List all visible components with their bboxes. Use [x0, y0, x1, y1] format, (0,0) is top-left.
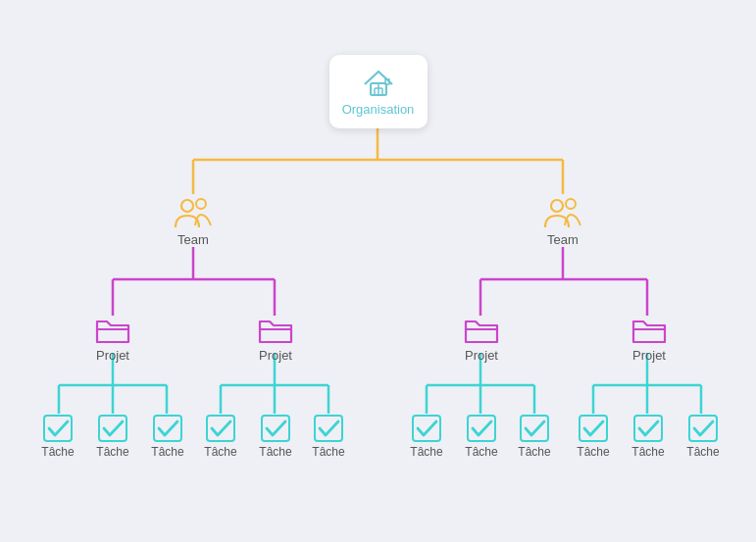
project-label-4: Projet — [632, 348, 666, 363]
task-label-12: Tâche — [686, 445, 719, 459]
folder-icon-4 — [631, 316, 667, 345]
task-node-2: Tâche — [84, 414, 141, 459]
org-chart: Organisation Team Team Projet — [0, 0, 756, 542]
task-icon-12 — [686, 414, 720, 443]
task-label-9: Tâche — [518, 445, 550, 459]
house-icon — [361, 67, 396, 98]
task-label-2: Tâche — [96, 445, 128, 459]
task-icon-2 — [96, 414, 129, 443]
task-node-9: Tâche — [506, 414, 563, 459]
task-label-8: Tâche — [465, 445, 497, 459]
task-icon-6 — [312, 414, 345, 443]
team-node-right: Team — [522, 194, 604, 247]
task-icon-5 — [259, 414, 292, 443]
team-icon-left — [172, 194, 215, 229]
team-node-left: Team — [152, 194, 234, 247]
task-node-6: Tâche — [300, 414, 357, 459]
task-label-3: Tâche — [151, 445, 183, 459]
team-label-left: Team — [177, 232, 209, 247]
folder-icon-3 — [464, 316, 499, 345]
task-label-5: Tâche — [259, 445, 291, 459]
project-node-3: Projet — [450, 316, 513, 363]
task-node-1: Tâche — [29, 414, 86, 459]
task-icon-8 — [465, 414, 498, 443]
svg-point-36 — [181, 200, 193, 212]
task-icon-9 — [518, 414, 551, 443]
project-label-3: Projet — [465, 348, 498, 363]
svg-point-39 — [566, 199, 576, 209]
svg-rect-35 — [385, 79, 389, 84]
task-node-12: Tâche — [675, 414, 731, 459]
task-icon-11 — [631, 414, 665, 443]
project-node-2: Projet — [244, 316, 307, 363]
svg-point-38 — [551, 200, 563, 212]
task-icon-10 — [577, 414, 610, 443]
project-node-4: Projet — [618, 316, 680, 363]
task-icon-7 — [410, 414, 443, 443]
team-icon-right — [541, 194, 584, 229]
project-node-1: Projet — [81, 316, 144, 363]
task-icon-3 — [151, 414, 184, 443]
svg-point-37 — [196, 199, 206, 209]
folder-icon-1 — [95, 316, 130, 345]
task-icon-1 — [41, 414, 75, 443]
task-label-11: Tâche — [631, 445, 664, 459]
team-label-right: Team — [547, 232, 579, 247]
task-node-4: Tâche — [192, 414, 249, 459]
task-node-10: Tâche — [565, 414, 622, 459]
task-label-4: Tâche — [204, 445, 236, 459]
task-label-7: Tâche — [410, 445, 442, 459]
task-node-3: Tâche — [139, 414, 196, 459]
task-label-6: Tâche — [312, 445, 344, 459]
org-box: Organisation — [329, 55, 428, 128]
task-node-11: Tâche — [620, 414, 677, 459]
task-icon-4 — [204, 414, 237, 443]
task-label-1: Tâche — [41, 445, 74, 459]
project-label-1: Projet — [96, 348, 129, 363]
task-node-5: Tâche — [247, 414, 304, 459]
project-label-2: Projet — [259, 348, 292, 363]
folder-icon-2 — [258, 316, 293, 345]
task-node-8: Tâche — [453, 414, 510, 459]
org-label: Organisation — [342, 102, 415, 117]
task-label-10: Tâche — [577, 445, 609, 459]
task-node-7: Tâche — [398, 414, 455, 459]
org-node: Organisation — [329, 55, 428, 128]
